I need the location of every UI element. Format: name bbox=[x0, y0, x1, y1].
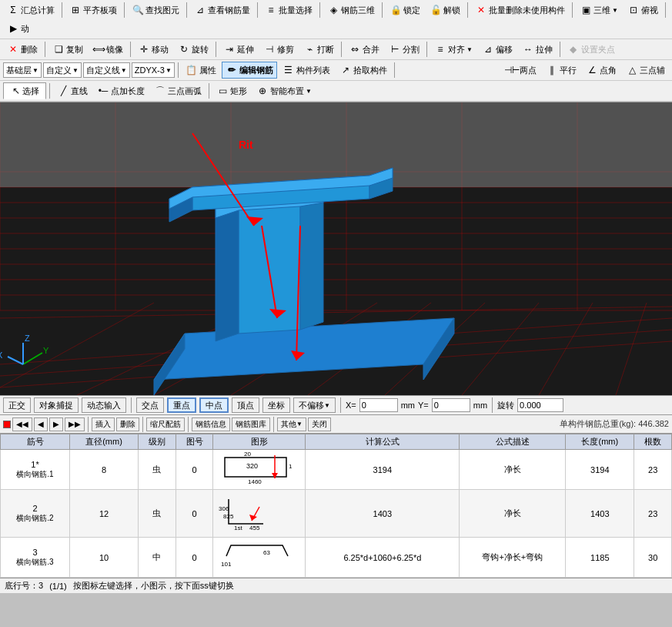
vertex-button[interactable]: 顶点 bbox=[232, 397, 259, 413]
smart-layout-icon: ⊕ bbox=[256, 85, 269, 97]
dynamic-input-label: 动态输入 bbox=[87, 400, 121, 411]
point-angle-button[interactable]: ∠ 点角 bbox=[582, 62, 620, 79]
delete-row-button[interactable]: 删除 bbox=[116, 417, 139, 431]
zdyx-dropdown[interactable]: ZDYX-3 ▼ bbox=[132, 62, 175, 78]
straight-line-button[interactable]: ╱ 直线 bbox=[53, 82, 92, 99]
find-drawing-button[interactable]: 🔍 查找图元 bbox=[128, 2, 183, 18]
svg-text:306: 306 bbox=[219, 505, 229, 512]
ortho-button[interactable]: 正交 bbox=[3, 397, 31, 413]
extend-button[interactable]: ⇥ 延伸 bbox=[219, 41, 258, 58]
svg-line-11 bbox=[616, 303, 647, 395]
copy-button[interactable]: ❑ 复制 bbox=[48, 41, 87, 58]
three-point-helper-icon: △ bbox=[626, 64, 638, 76]
table-row[interactable]: 1* 横向钢筋.1 8 虫 0 20 320 1 1460 bbox=[1, 450, 672, 490]
set-point-button[interactable]: ◆ 设置夹点 bbox=[563, 41, 619, 58]
base-layer-dropdown[interactable]: 基础层 ▼ bbox=[3, 62, 42, 78]
rotate-input[interactable] bbox=[517, 398, 563, 412]
svg-line-9 bbox=[462, 303, 539, 395]
check-rebar-button[interactable]: ⊿ 查看钢筋量 bbox=[190, 2, 254, 18]
rotate-button[interactable]: ↻ 旋转 bbox=[174, 41, 212, 58]
rebar-3d-button[interactable]: ◈ 钢筋三维 bbox=[323, 2, 379, 18]
svg-text:20: 20 bbox=[244, 451, 251, 458]
cell-grade-3: 中 bbox=[139, 538, 176, 578]
edit-rebar-button[interactable]: ✏ 编辑钢筋 bbox=[222, 62, 277, 79]
midpoint-button[interactable]: 重点 bbox=[167, 397, 196, 413]
animate-button[interactable]: ▶ 动 bbox=[3, 20, 33, 37]
insert-button[interactable]: 插入 bbox=[92, 417, 115, 431]
last-button[interactable]: ▶▶ bbox=[65, 417, 85, 431]
drawing-area[interactable]: Rit Y X Z bbox=[0, 102, 672, 395]
batch-select-label: 批量选择 bbox=[279, 5, 313, 16]
sep15 bbox=[560, 42, 560, 57]
midpoint2-button[interactable]: 中点 bbox=[199, 397, 229, 413]
close-button[interactable]: 关闭 bbox=[308, 417, 331, 431]
align-button[interactable]: ≡ 对齐 ▼ bbox=[430, 41, 476, 58]
three-point-arc-button[interactable]: ⌒ 三点画弧 bbox=[150, 82, 206, 99]
grid-button[interactable]: ⊞ 平齐板项 bbox=[65, 2, 121, 18]
smart-layout-button[interactable]: ⊕ 智能布置 ▼ bbox=[252, 82, 316, 99]
calc-button[interactable]: Σ 汇总计算 bbox=[3, 2, 59, 18]
component-list-label: 构件列表 bbox=[296, 65, 330, 76]
table-row[interactable]: 2 横向钢筋.2 12 虫 0 306 825 1st 455 bbox=[1, 490, 672, 538]
first-button[interactable]: ◀◀ bbox=[12, 417, 32, 431]
next-button[interactable]: ▶ bbox=[49, 417, 63, 431]
x-unit: mm bbox=[401, 401, 415, 410]
no-offset-button[interactable]: 不偏移 ▼ bbox=[293, 397, 336, 413]
two-point-button[interactable]: ⊣⊢ 两点 bbox=[502, 62, 540, 79]
col-length: 长度(mm) bbox=[566, 434, 634, 450]
sep26 bbox=[273, 417, 274, 432]
rebar-lib-button[interactable]: 钢筋图库 bbox=[232, 417, 270, 431]
sep6 bbox=[382, 2, 383, 18]
intersect-button[interactable]: 交点 bbox=[136, 397, 164, 413]
custom-def-dropdown[interactable]: 自定义 ▼ bbox=[43, 62, 82, 78]
component-list-button[interactable]: ☰ 构件列表 bbox=[279, 62, 334, 79]
bottom-page-info: (1/1) bbox=[43, 582, 73, 591]
y-input[interactable] bbox=[432, 398, 470, 412]
table-row[interactable]: 3 横向钢筋.3 10 中 0 101 63 6.25*d+1060+6.25*… bbox=[1, 538, 672, 578]
merge-button[interactable]: ⇔ 合并 bbox=[345, 41, 383, 58]
rotate-label: 旋转 bbox=[192, 44, 209, 55]
properties-button[interactable]: 📋 属性 bbox=[182, 62, 220, 79]
prev-button[interactable]: ◀ bbox=[34, 417, 48, 431]
offset-button[interactable]: ⊿ 偏移 bbox=[478, 41, 517, 58]
unlock-button[interactable]: 🔓 解锁 bbox=[426, 2, 464, 18]
trim-icon: ⊣ bbox=[263, 43, 276, 55]
snap-button[interactable]: 对象捕捉 bbox=[34, 397, 79, 413]
add-point-length-label: 点加长度 bbox=[111, 86, 145, 97]
rectangle-button[interactable]: ▭ 矩形 bbox=[212, 82, 251, 99]
rebar-info-button[interactable]: 钢筋信息 bbox=[192, 417, 230, 431]
sep18 bbox=[49, 83, 50, 99]
stretch-button[interactable]: ↔ 拉伸 bbox=[518, 41, 557, 58]
select-button[interactable]: ↖ 选择 bbox=[3, 82, 46, 99]
x-input[interactable] bbox=[359, 398, 398, 412]
dynamic-input-button[interactable]: 动态输入 bbox=[82, 397, 126, 413]
ortho-view-button[interactable]: ⊡ 俯视 bbox=[624, 2, 662, 18]
other-button[interactable]: 其他 ▼ bbox=[277, 417, 306, 431]
red-indicator[interactable] bbox=[3, 421, 11, 428]
lock-button[interactable]: 🔒 锁定 bbox=[386, 2, 424, 18]
scale-match-button[interactable]: 缩尺配筋 bbox=[146, 417, 185, 431]
3d-view-icon: ▣ bbox=[580, 4, 592, 16]
delete-button[interactable]: ✕ 删除 bbox=[3, 41, 42, 58]
custom-axis-dropdown[interactable]: 自定义线 ▼ bbox=[83, 62, 130, 78]
3d-view-button[interactable]: ▣ 三维 ▼ bbox=[576, 2, 622, 18]
add-point-length-button[interactable]: •─ 点加长度 bbox=[93, 82, 149, 99]
three-point-helper-button[interactable]: △ 三点辅 bbox=[622, 62, 669, 79]
col-count: 根数 bbox=[634, 434, 672, 450]
col-shape: 图形 bbox=[213, 434, 306, 450]
parallel-button[interactable]: ∥ 平行 bbox=[542, 62, 580, 79]
check-rebar-label: 查看钢筋量 bbox=[208, 5, 250, 16]
break-button[interactable]: ⌁ 打断 bbox=[299, 41, 338, 58]
batch-select-button[interactable]: ≡ 批量选择 bbox=[261, 2, 316, 18]
sep25 bbox=[188, 417, 189, 432]
move-button[interactable]: ✛ 移动 bbox=[134, 41, 172, 58]
split-button[interactable]: ⊢ 分割 bbox=[385, 41, 423, 58]
split-label: 分割 bbox=[403, 44, 420, 55]
coord-button[interactable]: 坐标 bbox=[262, 397, 290, 413]
trim-button[interactable]: ⊣ 修剪 bbox=[259, 41, 298, 58]
sep1 bbox=[62, 2, 62, 18]
batch-del-button[interactable]: ✕ 批量删除未使用构件 bbox=[471, 2, 569, 18]
mirror-button[interactable]: ⟺ 镜像 bbox=[89, 41, 127, 58]
pick-component-button[interactable]: ↗ 拾取构件 bbox=[336, 62, 391, 79]
cell-formula-desc-2: 净长 bbox=[460, 490, 566, 538]
